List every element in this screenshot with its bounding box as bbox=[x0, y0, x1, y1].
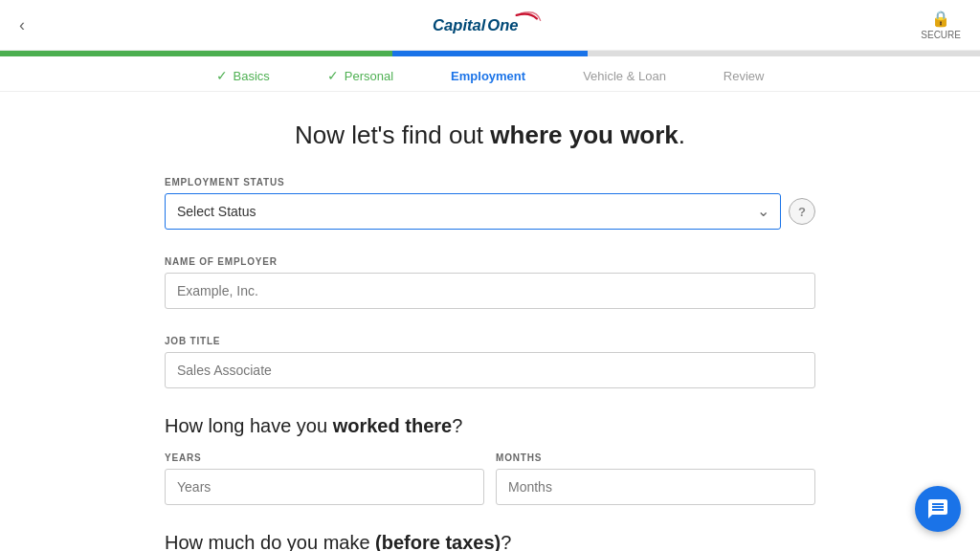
progress-personal bbox=[196, 51, 392, 56]
progress-bar bbox=[0, 51, 980, 56]
years-input[interactable] bbox=[165, 469, 484, 505]
employment-status-help-button[interactable]: ? bbox=[789, 198, 815, 225]
progress-vehicle bbox=[588, 51, 784, 56]
employment-status-select-wrapper: Select Status Employed Self-Employed Ret… bbox=[165, 193, 781, 230]
months-field: MONTHS bbox=[496, 452, 815, 505]
svg-text:Capital: Capital bbox=[433, 16, 486, 34]
income-section: How much do you make (before taxes)? ANN… bbox=[165, 532, 815, 551]
step-vehicle[interactable]: Vehicle & Loan bbox=[554, 68, 695, 83]
page-heading: Now let's find out where you work. bbox=[165, 121, 815, 150]
years-label: YEARS bbox=[165, 452, 484, 463]
lock-icon: 🔒 bbox=[931, 10, 950, 28]
job-title-section: JOB TITLE bbox=[165, 336, 815, 388]
step-review-label: Review bbox=[724, 69, 765, 83]
duration-section: How long have you worked there? YEARS MO… bbox=[165, 415, 815, 505]
check-basics: ✓ bbox=[216, 68, 228, 83]
main-content: Now let's find out where you work. EMPLO… bbox=[145, 92, 835, 551]
step-personal[interactable]: ✓ Personal bbox=[299, 68, 422, 83]
years-field: YEARS bbox=[165, 452, 484, 505]
progress-basics bbox=[0, 51, 196, 56]
duration-fields: YEARS MONTHS bbox=[165, 452, 815, 505]
job-title-input[interactable] bbox=[165, 352, 815, 388]
step-basics-label: Basics bbox=[234, 69, 270, 83]
duration-heading: How long have you worked there? bbox=[165, 415, 815, 437]
employer-section: NAME OF EMPLOYER bbox=[165, 256, 815, 309]
employment-status-label: EMPLOYMENT STATUS bbox=[165, 177, 815, 187]
step-basics[interactable]: ✓ Basics bbox=[188, 68, 299, 83]
page-header: ‹ Capital One 🔒 SECURE bbox=[0, 0, 980, 51]
secure-label: SECURE bbox=[921, 30, 961, 40]
secure-indicator: 🔒 SECURE bbox=[921, 10, 961, 40]
employer-input[interactable] bbox=[165, 273, 815, 309]
employment-status-row: Select Status Employed Self-Employed Ret… bbox=[165, 193, 815, 230]
employment-status-section: EMPLOYMENT STATUS Select Status Employed… bbox=[165, 177, 815, 230]
chat-icon bbox=[926, 497, 949, 520]
months-label: MONTHS bbox=[496, 452, 815, 463]
income-heading: How much do you make (before taxes)? bbox=[165, 532, 815, 551]
step-review[interactable]: Review bbox=[695, 68, 793, 83]
chat-button[interactable] bbox=[915, 486, 961, 532]
employer-label: NAME OF EMPLOYER bbox=[165, 256, 815, 267]
progress-employment bbox=[392, 51, 589, 56]
back-button[interactable]: ‹ bbox=[19, 15, 25, 35]
step-vehicle-label: Vehicle & Loan bbox=[583, 69, 666, 83]
steps-navigation: ✓ Basics ✓ Personal Employment Vehicle &… bbox=[0, 56, 980, 92]
step-personal-label: Personal bbox=[345, 69, 393, 83]
logo: Capital One bbox=[433, 10, 547, 40]
job-title-label: JOB TITLE bbox=[165, 336, 815, 346]
step-employment-label: Employment bbox=[451, 69, 525, 83]
step-employment[interactable]: Employment bbox=[422, 68, 554, 83]
months-input[interactable] bbox=[496, 469, 815, 505]
svg-text:One: One bbox=[487, 16, 518, 34]
employment-status-select[interactable]: Select Status Employed Self-Employed Ret… bbox=[165, 193, 781, 230]
progress-review bbox=[784, 51, 980, 56]
check-personal: ✓ bbox=[327, 68, 339, 83]
